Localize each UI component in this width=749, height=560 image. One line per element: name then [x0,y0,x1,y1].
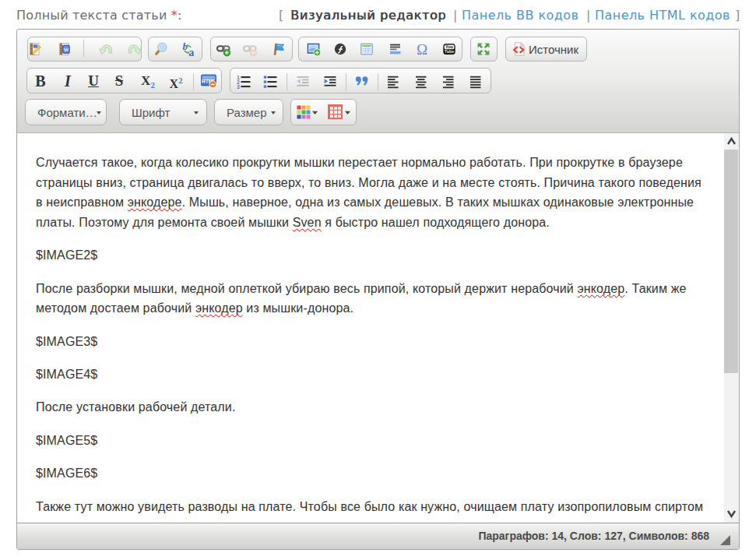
svg-text:You: You [445,44,453,49]
svg-text:Tube: Tube [445,49,454,54]
svg-text:W: W [63,47,69,53]
svg-text:Ω: Ω [417,41,427,57]
svg-text:a: a [188,47,194,58]
svg-text:3: 3 [237,84,240,89]
